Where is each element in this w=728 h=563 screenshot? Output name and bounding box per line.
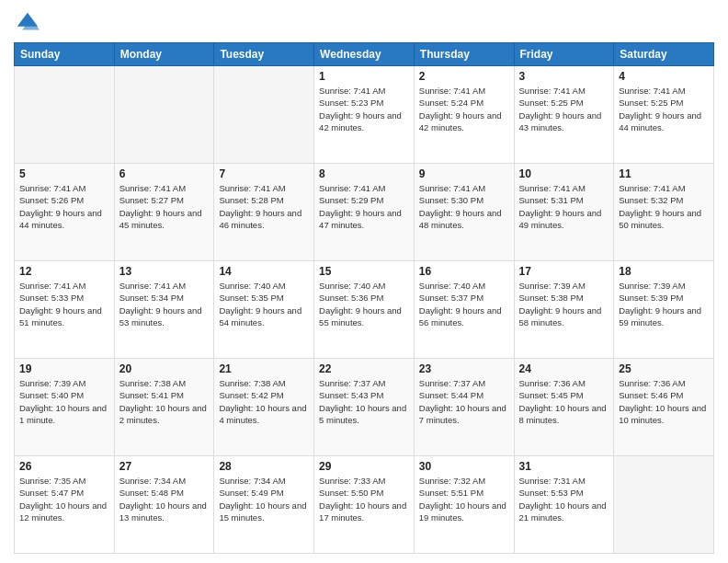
day-number: 10 [519,167,609,180]
day-number: 20 [119,362,210,375]
day-info: Sunrise: 7:40 AM Sunset: 5:35 PM Dayligh… [219,280,309,328]
day-info: Sunrise: 7:34 AM Sunset: 5:49 PM Dayligh… [219,475,309,523]
calendar-table: SundayMondayTuesdayWednesdayThursdayFrid… [14,42,714,554]
day-info: Sunrise: 7:32 AM Sunset: 5:51 PM Dayligh… [419,475,509,523]
day-info: Sunrise: 7:38 AM Sunset: 5:42 PM Dayligh… [219,377,309,426]
week-row-5: 26Sunrise: 7:35 AM Sunset: 5:47 PM Dayli… [15,456,714,554]
day-info: Sunrise: 7:41 AM Sunset: 5:34 PM Dayligh… [119,280,210,328]
day-info: Sunrise: 7:33 AM Sunset: 5:50 PM Dayligh… [319,475,409,523]
day-number: 5 [19,167,109,180]
calendar-cell: 21Sunrise: 7:38 AM Sunset: 5:42 PM Dayli… [214,359,314,456]
calendar-cell: 13Sunrise: 7:41 AM Sunset: 5:34 PM Dayli… [114,261,214,359]
calendar-cell: 20Sunrise: 7:38 AM Sunset: 5:41 PM Dayli… [114,359,214,456]
calendar-cell: 5Sunrise: 7:41 AM Sunset: 5:26 PM Daylig… [15,164,115,261]
day-number: 30 [419,460,509,473]
day-info: Sunrise: 7:41 AM Sunset: 5:29 PM Dayligh… [319,182,409,231]
day-number: 11 [619,167,709,180]
calendar-cell: 11Sunrise: 7:41 AM Sunset: 5:32 PM Dayli… [614,164,714,261]
day-info: Sunrise: 7:41 AM Sunset: 5:31 PM Dayligh… [519,182,609,231]
calendar-cell: 9Sunrise: 7:41 AM Sunset: 5:30 PM Daylig… [414,164,514,261]
calendar-cell: 6Sunrise: 7:41 AM Sunset: 5:27 PM Daylig… [114,164,214,261]
day-info: Sunrise: 7:41 AM Sunset: 5:28 PM Dayligh… [219,182,309,231]
day-info: Sunrise: 7:40 AM Sunset: 5:37 PM Dayligh… [419,280,509,328]
logo-icon [14,9,40,35]
day-info: Sunrise: 7:41 AM Sunset: 5:24 PM Dayligh… [419,85,509,133]
day-number: 4 [619,70,709,83]
day-number: 9 [419,167,509,180]
calendar-cell: 31Sunrise: 7:31 AM Sunset: 5:53 PM Dayli… [514,456,614,554]
day-info: Sunrise: 7:38 AM Sunset: 5:41 PM Dayligh… [119,377,210,426]
calendar-cell: 28Sunrise: 7:34 AM Sunset: 5:49 PM Dayli… [214,456,314,554]
day-number: 7 [219,167,309,180]
day-info: Sunrise: 7:34 AM Sunset: 5:48 PM Dayligh… [119,475,210,523]
calendar-cell: 10Sunrise: 7:41 AM Sunset: 5:31 PM Dayli… [514,164,614,261]
calendar-cell: 27Sunrise: 7:34 AM Sunset: 5:48 PM Dayli… [114,456,214,554]
week-row-3: 12Sunrise: 7:41 AM Sunset: 5:33 PM Dayli… [15,261,714,359]
day-number: 21 [219,362,309,375]
calendar-cell: 30Sunrise: 7:32 AM Sunset: 5:51 PM Dayli… [414,456,514,554]
calendar-cell: 4Sunrise: 7:41 AM Sunset: 5:25 PM Daylig… [614,66,714,164]
weekday-header-wednesday: Wednesday [314,43,415,66]
calendar-cell: 16Sunrise: 7:40 AM Sunset: 5:37 PM Dayli… [414,261,514,359]
week-row-1: 1Sunrise: 7:41 AM Sunset: 5:23 PM Daylig… [15,66,714,164]
day-info: Sunrise: 7:41 AM Sunset: 5:30 PM Dayligh… [419,182,509,231]
day-info: Sunrise: 7:41 AM Sunset: 5:23 PM Dayligh… [319,85,409,133]
calendar-cell: 1Sunrise: 7:41 AM Sunset: 5:23 PM Daylig… [314,66,415,164]
calendar-cell: 29Sunrise: 7:33 AM Sunset: 5:50 PM Dayli… [314,456,415,554]
day-number: 15 [319,265,409,278]
day-number: 16 [419,265,509,278]
day-info: Sunrise: 7:31 AM Sunset: 5:53 PM Dayligh… [519,475,609,523]
day-number: 2 [419,70,509,83]
day-number: 18 [619,265,709,278]
calendar-cell: 18Sunrise: 7:39 AM Sunset: 5:39 PM Dayli… [614,261,714,359]
weekday-header-tuesday: Tuesday [214,43,314,66]
calendar-cell: 22Sunrise: 7:37 AM Sunset: 5:43 PM Dayli… [314,359,415,456]
day-number: 13 [119,265,210,278]
calendar-cell [114,66,214,164]
weekday-header-sunday: Sunday [15,43,115,66]
day-info: Sunrise: 7:41 AM Sunset: 5:25 PM Dayligh… [519,85,609,133]
calendar-cell: 19Sunrise: 7:39 AM Sunset: 5:40 PM Dayli… [15,359,115,456]
day-number: 14 [219,265,309,278]
day-info: Sunrise: 7:39 AM Sunset: 5:40 PM Dayligh… [19,377,109,426]
day-info: Sunrise: 7:41 AM Sunset: 5:32 PM Dayligh… [619,182,709,231]
day-info: Sunrise: 7:36 AM Sunset: 5:46 PM Dayligh… [619,377,709,426]
week-row-2: 5Sunrise: 7:41 AM Sunset: 5:26 PM Daylig… [15,164,714,261]
page: SundayMondayTuesdayWednesdayThursdayFrid… [0,0,728,563]
weekday-header-friday: Friday [514,43,614,66]
day-number: 8 [319,167,409,180]
day-info: Sunrise: 7:35 AM Sunset: 5:47 PM Dayligh… [19,475,109,523]
calendar-cell: 8Sunrise: 7:41 AM Sunset: 5:29 PM Daylig… [314,164,415,261]
calendar-cell [614,456,714,554]
day-info: Sunrise: 7:37 AM Sunset: 5:44 PM Dayligh… [419,377,509,426]
weekday-header-thursday: Thursday [414,43,514,66]
day-number: 17 [519,265,609,278]
header [14,9,714,35]
calendar-cell: 12Sunrise: 7:41 AM Sunset: 5:33 PM Dayli… [15,261,115,359]
day-number: 6 [119,167,210,180]
calendar-cell: 2Sunrise: 7:41 AM Sunset: 5:24 PM Daylig… [414,66,514,164]
calendar-cell: 24Sunrise: 7:36 AM Sunset: 5:45 PM Dayli… [514,359,614,456]
day-info: Sunrise: 7:37 AM Sunset: 5:43 PM Dayligh… [319,377,409,426]
calendar-cell: 7Sunrise: 7:41 AM Sunset: 5:28 PM Daylig… [214,164,314,261]
day-number: 28 [219,460,309,473]
calendar-cell [214,66,314,164]
logo [14,9,43,35]
calendar-cell: 23Sunrise: 7:37 AM Sunset: 5:44 PM Dayli… [414,359,514,456]
day-number: 29 [319,460,409,473]
calendar-cell: 14Sunrise: 7:40 AM Sunset: 5:35 PM Dayli… [214,261,314,359]
calendar-cell: 15Sunrise: 7:40 AM Sunset: 5:36 PM Dayli… [314,261,415,359]
day-info: Sunrise: 7:36 AM Sunset: 5:45 PM Dayligh… [519,377,609,426]
day-number: 26 [19,460,109,473]
day-number: 31 [519,460,609,473]
day-info: Sunrise: 7:40 AM Sunset: 5:36 PM Dayligh… [319,280,409,328]
weekday-header-monday: Monday [114,43,214,66]
day-number: 1 [319,70,409,83]
calendar-cell: 26Sunrise: 7:35 AM Sunset: 5:47 PM Dayli… [15,456,115,554]
day-info: Sunrise: 7:39 AM Sunset: 5:39 PM Dayligh… [619,280,709,328]
day-info: Sunrise: 7:41 AM Sunset: 5:27 PM Dayligh… [119,182,210,231]
day-number: 25 [619,362,709,375]
calendar-cell: 25Sunrise: 7:36 AM Sunset: 5:46 PM Dayli… [614,359,714,456]
week-row-4: 19Sunrise: 7:39 AM Sunset: 5:40 PM Dayli… [15,359,714,456]
day-info: Sunrise: 7:39 AM Sunset: 5:38 PM Dayligh… [519,280,609,328]
